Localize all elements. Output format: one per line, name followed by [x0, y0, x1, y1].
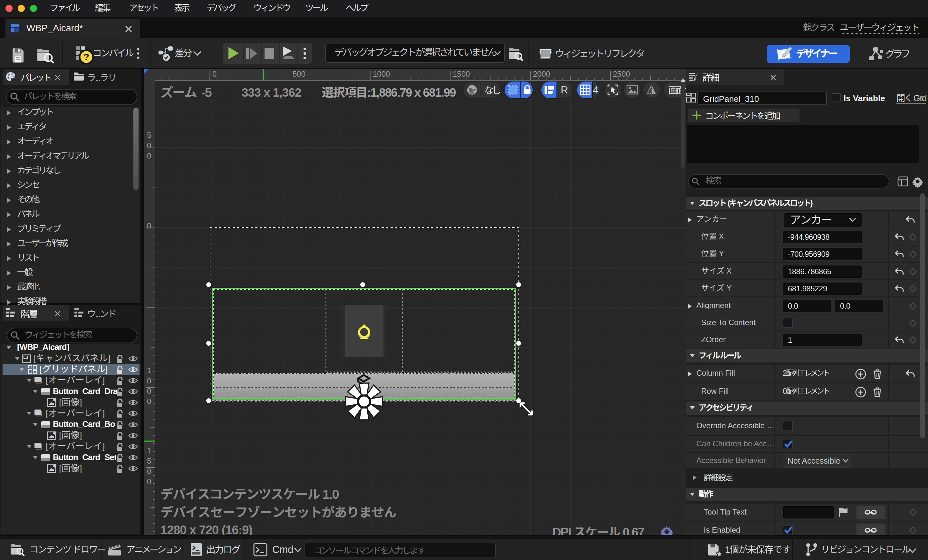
svg-text:?: ?: [84, 52, 89, 62]
